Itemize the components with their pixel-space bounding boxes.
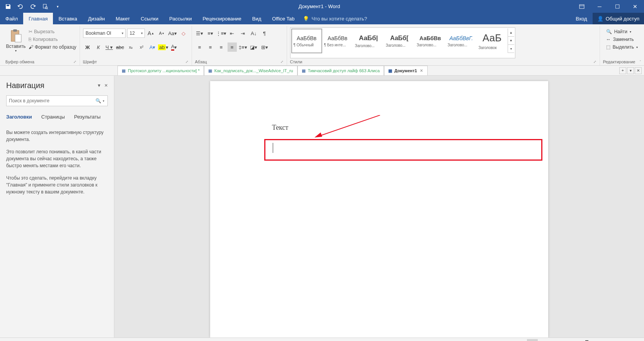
collapse-ribbon-icon[interactable]: ˆ: [640, 60, 641, 64]
font-name-combo[interactable]: Bookman Ol: [83, 29, 126, 38]
qat-more-icon[interactable]: ▾: [54, 3, 61, 10]
nav-tab-results[interactable]: Результаты: [74, 114, 100, 120]
svg-line-6: [318, 115, 380, 136]
search-icon[interactable]: 🔍: [95, 98, 102, 103]
style-no-spacing[interactable]: АаБбВв¶ Без инте...: [322, 29, 353, 53]
justify-icon[interactable]: ≡: [228, 42, 237, 52]
minimize-icon[interactable]: ─: [591, 0, 608, 13]
multilevel-icon[interactable]: ⋮≡▾: [217, 29, 226, 38]
menu-insert[interactable]: Вставка: [53, 13, 82, 24]
tab-close-icon[interactable]: ×: [419, 68, 423, 73]
strikethrough-button[interactable]: abc: [116, 42, 125, 52]
maximize-icon[interactable]: ☐: [608, 0, 626, 13]
style-title[interactable]: АаБЗаголовок: [477, 29, 508, 53]
format-painter-button[interactable]: 🖌Формат по образцу: [29, 44, 76, 50]
menu-design[interactable]: Дизайн: [83, 13, 110, 24]
tell-me-search[interactable]: 💡 Что вы хотите сделать?: [300, 13, 370, 24]
increase-font-icon[interactable]: A▲: [146, 29, 156, 38]
line-spacing-icon[interactable]: ‡≡▾: [238, 42, 248, 52]
subscript-button[interactable]: x₂: [126, 42, 136, 52]
menu-review[interactable]: Рецензирование: [197, 13, 246, 24]
paste-button[interactable]: Вставить ▾: [5, 27, 26, 58]
change-case-icon[interactable]: Aa▾: [168, 29, 177, 38]
page[interactable]: Текст: [210, 81, 548, 338]
select-button[interactable]: ⬚Выделить▾: [606, 44, 638, 50]
show-marks-icon[interactable]: ¶: [260, 29, 269, 38]
clear-format-icon[interactable]: ◇: [179, 29, 188, 38]
annotation-arrow-icon: [314, 115, 380, 138]
italic-button[interactable]: К: [94, 42, 103, 52]
shading-icon[interactable]: ◪▾: [249, 42, 258, 52]
menu-view[interactable]: Вид: [247, 13, 267, 24]
highlight-icon[interactable]: ab▾: [159, 42, 168, 52]
gallery-up-icon[interactable]: ▲: [508, 29, 514, 37]
share-button[interactable]: 👤 Общий доступ: [593, 13, 644, 24]
superscript-button[interactable]: x²: [137, 42, 146, 52]
find-button[interactable]: 🔍Найти▾: [606, 29, 638, 34]
doc-tab[interactable]: ▦Как_подписать_док..._WiseAdvice_IT_ru: [204, 66, 297, 75]
borders-icon[interactable]: ⊞▾: [260, 42, 269, 52]
font-size-combo[interactable]: 12: [127, 29, 145, 38]
undo-icon[interactable]: [17, 3, 24, 10]
nav-tab-pages[interactable]: Страницы: [41, 114, 65, 120]
print-layout-icon[interactable]: ▦: [527, 339, 538, 341]
print-preview-icon[interactable]: [42, 3, 49, 10]
menu-home[interactable]: Главная: [23, 13, 53, 24]
style-normal[interactable]: АаБбВв¶ Обычный: [291, 29, 322, 53]
decrease-font-icon[interactable]: A▼: [157, 29, 167, 38]
new-tab-icon[interactable]: +: [619, 67, 626, 74]
menu-mailings[interactable]: Рассылки: [164, 13, 197, 24]
style-heading4[interactable]: АаБбВвГ.Заголово...: [446, 29, 477, 53]
menu-file[interactable]: Файл: [0, 13, 23, 24]
decrease-indent-icon[interactable]: ⇤: [228, 29, 237, 38]
align-right-icon[interactable]: ≡: [217, 42, 226, 52]
bullets-icon[interactable]: ☰▾: [195, 29, 204, 38]
doc-tab[interactable]: ▦Тимчасовий доступ лайф 663 Алиса: [297, 66, 384, 75]
dialog-launcher-icon[interactable]: ⤢: [593, 60, 596, 64]
menu-layout[interactable]: Макет: [110, 13, 135, 24]
style-heading2[interactable]: АаБб[Заголово...: [384, 29, 415, 53]
font-color-icon[interactable]: A▾: [170, 42, 179, 52]
gallery-down-icon[interactable]: ▼: [508, 37, 514, 45]
text-effects-icon[interactable]: A▾: [148, 42, 157, 52]
search-dropdown-icon[interactable]: ▾: [102, 99, 105, 103]
nav-dropdown-icon[interactable]: ▼: [97, 83, 101, 88]
menu-references[interactable]: Ссылки: [135, 13, 164, 24]
group-label-clipboard: Буфер обмена: [5, 59, 34, 64]
style-heading1[interactable]: АаБб|Заголово...: [353, 29, 384, 53]
align-center-icon[interactable]: ≡: [206, 42, 215, 52]
web-layout-icon[interactable]: ▤: [539, 339, 550, 341]
doc-tab[interactable]: ▦Протокол допиту ...кциональности] *: [117, 66, 204, 75]
save-icon[interactable]: [5, 3, 12, 10]
style-heading3[interactable]: АаБбВвЗаголово...: [415, 29, 446, 53]
underline-button[interactable]: Ч ▾: [105, 42, 114, 52]
menu-office-tab[interactable]: Office Tab: [267, 13, 300, 24]
dialog-launcher-icon[interactable]: ⤢: [280, 60, 284, 64]
align-left-icon[interactable]: ≡: [195, 42, 204, 52]
increase-indent-icon[interactable]: ⇥: [238, 29, 248, 38]
tab-close-all-icon[interactable]: ✕: [635, 67, 642, 74]
bold-button[interactable]: Ж: [83, 42, 92, 52]
dialog-launcher-icon[interactable]: ⤢: [73, 60, 76, 64]
close-icon[interactable]: ✕: [626, 0, 644, 13]
numbering-icon[interactable]: ≡▾: [206, 29, 215, 38]
ribbon-display-icon[interactable]: [573, 0, 591, 13]
redo-icon[interactable]: [29, 3, 36, 10]
dialog-launcher-icon[interactable]: ⤢: [185, 60, 189, 64]
read-mode-icon[interactable]: ▭: [515, 339, 525, 341]
sort-icon[interactable]: A↓: [249, 29, 258, 38]
search-input[interactable]: [9, 98, 95, 103]
nav-search-box[interactable]: 🔍 ▾: [6, 95, 108, 106]
cut-button[interactable]: ✂Вырезать: [29, 29, 76, 34]
tab-menu-icon[interactable]: ▾: [627, 67, 634, 74]
nav-close-icon[interactable]: ✕: [104, 83, 108, 88]
doc-tab-active[interactable]: ▦Документ1×: [384, 66, 428, 75]
replace-button[interactable]: ↔Заменить: [606, 37, 638, 42]
quick-access-toolbar: ▾: [0, 3, 66, 10]
sign-in-button[interactable]: Вход: [570, 13, 592, 24]
document-area[interactable]: Текст: [114, 76, 644, 338]
nav-tab-headings[interactable]: Заголовки: [6, 114, 32, 120]
navigation-pane: Навигация ▼✕ 🔍 ▾ Заголовки Страницы Резу…: [0, 76, 114, 338]
copy-button[interactable]: ⎘Копировать: [29, 37, 76, 42]
gallery-more-icon[interactable]: ▾: [508, 45, 514, 53]
